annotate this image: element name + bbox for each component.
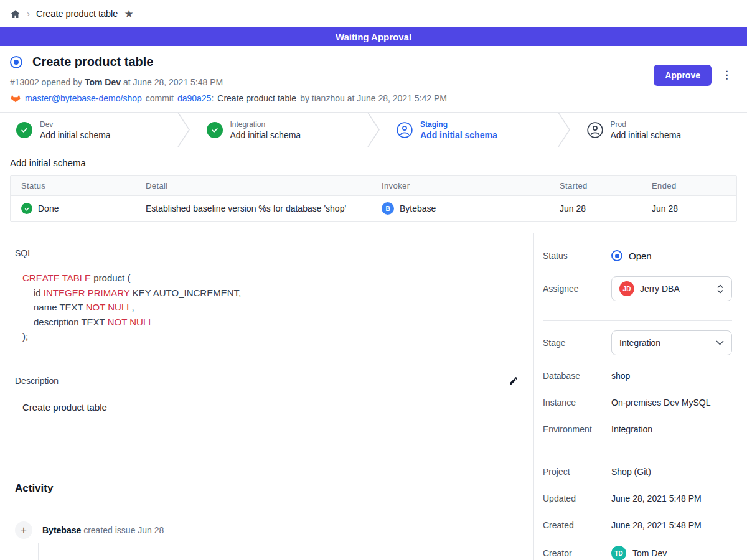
vcs-commit-line: master@bytebase-demo/shop commit da90a25… [10,93,447,103]
sql-label: SQL [15,248,519,258]
description-text: Create product table [15,402,519,413]
task-started: Jun 28 [560,203,652,213]
main-column: SQL CREATE TABLE product ( id INTEGER PR… [0,233,534,560]
created-value: June 28, 2021 5:48 PM [611,520,702,530]
more-actions-icon[interactable]: ⋮ [721,65,732,80]
assignee-row: Assignee JD Jerry DBA [543,276,732,301]
instance-label: Instance [543,398,611,408]
updated-row: Updated June 28, 2021 5:48 PM [543,492,732,505]
content-row: SQL CREATE TABLE product ( id INTEGER PR… [0,233,747,560]
task-done-check-icon [21,203,32,214]
task-section: Add initial schema Status Detail Invoker… [0,147,747,233]
stage-task-label: Add initial schema [611,130,682,140]
creator-value: Tom Dev [632,548,667,558]
issue-title: Create product table [32,55,153,69]
stage-pending-person-icon [587,122,603,138]
stage-done-check-icon [16,122,32,138]
pipeline-stage-bar: Dev Add initial schema Integration Add i… [0,112,747,147]
issue-id-text: #13002 opened by [10,77,82,87]
page: › Create product table ★ Waiting Approva… [0,0,747,560]
sidebar-divider [543,320,732,321]
issue-author: Tom Dev [85,77,121,87]
project-label: Project [543,467,611,477]
stage-select[interactable]: Integration [611,330,732,355]
environment-label: Environment [543,424,611,434]
approve-button[interactable]: Approve [654,65,712,86]
description-label: Description [15,376,59,386]
updated-label: Updated [543,493,611,503]
issue-meta: #13002 opened by Tom Dev at June 28, 202… [10,77,447,87]
task-table: Status Detail Invoker Started Ended Done… [10,175,737,222]
assignee-label: Assignee [543,284,611,294]
sql-line: description TEXT NOT NULL [22,315,519,330]
updown-caret-icon [716,284,724,294]
stage-env-label: Prod [611,120,682,129]
sql-line: name TEXT NOT NULL, [22,300,519,315]
bookmark-star-icon[interactable]: ★ [124,7,133,21]
column-ended: Ended [652,181,736,190]
task-heading: Add initial schema [10,157,737,168]
sql-line: ); [22,329,519,344]
status-label: Status [543,251,611,261]
database-value: shop [611,371,630,381]
creator-avatar: TD [611,546,626,560]
home-icon[interactable] [10,9,21,19]
edit-description-pencil-icon[interactable] [509,376,519,386]
issue-header-actions: Approve ⋮ [654,55,732,103]
instance-value: On-premises Dev MySQL [611,398,710,408]
commit-hash-link[interactable]: da90a25 [177,93,212,103]
stage-chevron-separator [367,113,380,147]
stage-task-label: Add initial schema [420,130,497,140]
activity-action: created issue [83,525,135,535]
stage-value: Integration [619,338,660,348]
task-detail: Established baseline version %s for data… [146,203,382,213]
project-row: Project Shop (Git) [543,465,732,478]
task-status: Done [38,203,59,213]
sql-line: CREATE TABLE product ( [22,271,519,286]
stage-label: Stage [543,338,611,348]
instance-row: Instance On-premises Dev MySQL [543,396,732,409]
divider [15,363,519,363]
gitlab-icon [10,93,21,103]
task-row[interactable]: Done Established baseline version %s for… [11,196,736,221]
commit-word: commit [146,93,174,103]
column-invoker: Invoker [382,181,560,190]
sql-code-block: CREATE TABLE product ( id INTEGER PRIMAR… [15,271,519,344]
stage-chevron-separator [177,113,190,147]
activity-timeline-line [38,543,39,560]
activity-date: Jun 28 [138,525,164,535]
activity-heading: Activity [15,482,519,495]
activity-actor: Bytebase [42,525,81,535]
waiting-approval-banner: Waiting Approval [0,27,747,46]
stage-env-label: Staging [420,120,497,129]
branch-repo-link[interactable]: master@bytebase-demo/shop [25,93,142,103]
plus-icon: + [15,521,32,539]
created-row: Created June 28, 2021 5:48 PM [543,519,732,531]
issue-header: Create product table #13002 opened by To… [0,46,747,112]
status-value: Open [629,251,652,261]
creator-row: Creator TD Tom Dev [543,546,732,560]
stage-integration[interactable]: Integration Add initial schema [190,113,367,147]
stage-prod[interactable]: Prod Add initial schema [571,113,747,147]
stage-done-check-icon [207,122,223,138]
stage-staging[interactable]: Staging Add initial schema [380,113,557,147]
stage-dev[interactable]: Dev Add initial schema [0,113,177,147]
open-status-icon [611,250,622,261]
commit-author-time: by tianzhou at June 28, 2021 5:42 PM [300,93,447,103]
stage-task-label: Add initial schema [40,130,111,140]
issue-opened-time: at June 28, 2021 5:48 PM [123,77,223,87]
column-detail: Detail [146,181,382,190]
divider [15,505,519,505]
breadcrumb-separator: › [27,8,30,19]
environment-value: Integration [611,424,652,434]
colon: : [211,93,214,103]
stage-env-label: Dev [40,120,111,129]
banner-text: Waiting Approval [336,32,411,42]
stage-row: Stage Integration [543,330,732,355]
assignee-select[interactable]: JD Jerry DBA [611,276,732,301]
column-status: Status [11,181,146,190]
task-ended: Jun 28 [652,203,736,213]
column-started: Started [560,181,652,190]
project-value: Shop (Git) [611,467,651,477]
breadcrumb: › Create product table ★ [0,0,747,27]
